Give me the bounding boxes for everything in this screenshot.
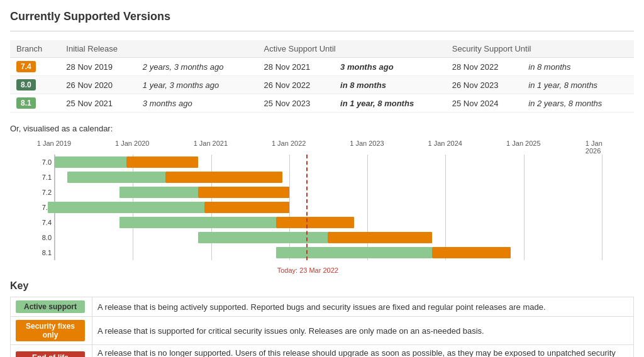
- branch-badge: 8.0: [16, 79, 36, 91]
- grid-line: [289, 155, 290, 260]
- chart-area: Today: 23 Mar 2022: [54, 155, 634, 260]
- active-support-bar: [198, 232, 328, 243]
- security-date-cell: 28 Nov 2022: [446, 58, 523, 76]
- security-fixes-bar: [198, 187, 289, 198]
- key-description-cell: A release that is no longer supported. U…: [92, 345, 634, 358]
- branch-cell: 8.0: [10, 76, 60, 94]
- year-label: 1 Jan 2022: [272, 140, 306, 147]
- title-divider: [10, 31, 634, 31]
- grid-line: [524, 155, 525, 260]
- key-description-cell: A release that is supported for critical…: [92, 317, 634, 345]
- table-body: 7.4 28 Nov 2019 2 years, 3 months ago 28…: [10, 58, 634, 113]
- initial-date-cell: 25 Nov 2021: [60, 94, 136, 113]
- chart-row-label: 7.4: [29, 215, 54, 230]
- year-label: 1 Jan 2019: [37, 140, 71, 147]
- key-body: Active support A release that is being a…: [11, 297, 634, 358]
- initial-date-cell: 28 Nov 2019: [60, 58, 136, 76]
- active-support-bar: [67, 172, 165, 183]
- active-date-cell: 28 Nov 2021: [258, 58, 335, 76]
- key-swatch-cell: Security fixes only: [11, 317, 92, 345]
- col-initial-release: Initial Release: [60, 40, 257, 58]
- year-label: 1 Jan 2024: [428, 140, 462, 147]
- table-header-row: Branch Initial Release Active Support Un…: [10, 40, 634, 58]
- today-label: Today: 23 Mar 2022: [277, 266, 338, 274]
- key-description-cell: A release that is being actively support…: [92, 297, 634, 317]
- security-relative-cell: in 8 months: [522, 58, 634, 76]
- security-fixes-bar: [165, 172, 282, 183]
- version-table: Branch Initial Release Active Support Un…: [10, 40, 634, 113]
- year-label: 1 Jan 2021: [194, 140, 228, 147]
- initial-relative-cell: 3 months ago: [136, 94, 258, 113]
- active-relative-cell: 3 months ago: [334, 58, 446, 76]
- active-support-bar: [276, 247, 432, 258]
- grid-line: [367, 155, 368, 260]
- key-table: Active support A release that is being a…: [10, 297, 634, 357]
- security-fixes-bar: [432, 247, 510, 258]
- table-row: 8.0 26 Nov 2020 1 year, 3 months ago 26 …: [10, 76, 634, 94]
- col-security-support: Security Support Until: [446, 40, 634, 58]
- branch-badge: 8.1: [16, 97, 36, 109]
- key-row: Active support A release that is being a…: [11, 297, 634, 317]
- gantt-chart: 1 Jan 20191 Jan 20201 Jan 20211 Jan 2022…: [29, 140, 634, 260]
- chart-row-label: 7.1: [29, 170, 54, 185]
- key-swatch-label: Active support: [16, 300, 85, 313]
- key-row: Security fixes only A release that is su…: [11, 317, 634, 345]
- today-line: Today: 23 Mar 2022: [306, 155, 308, 260]
- security-fixes-bar: [328, 232, 432, 243]
- branch-cell: 7.4: [10, 58, 60, 76]
- initial-date-cell: 26 Nov 2020: [60, 76, 136, 94]
- active-support-bar: [119, 187, 197, 198]
- security-relative-cell: in 1 year, 8 months: [522, 76, 634, 94]
- chart-row-label: 8.1: [29, 245, 54, 260]
- year-label: 1 Jan 2020: [115, 140, 149, 147]
- chart-row-label: 7.2: [29, 185, 54, 200]
- year-label: 1 Jan 2026: [586, 140, 618, 155]
- active-support-bar: [48, 202, 204, 213]
- key-swatch-cell: Active support: [11, 297, 92, 317]
- calendar-intro: Or, visualised as a calendar:: [10, 124, 634, 133]
- year-label: 1 Jan 2023: [350, 140, 384, 147]
- active-support-bar: [119, 217, 276, 228]
- chart-body: 7.07.17.27.37.48.08.1 Today: 23 Mar 2022: [29, 155, 634, 260]
- chart-year-headers: 1 Jan 20191 Jan 20201 Jan 20211 Jan 2022…: [54, 140, 634, 152]
- active-support-bar: [55, 157, 126, 168]
- grid-line: [445, 155, 446, 260]
- grid-line: [602, 155, 602, 260]
- table-row: 8.1 25 Nov 2021 3 months ago 25 Nov 2023…: [10, 94, 634, 113]
- table-row: 7.4 28 Nov 2019 2 years, 3 months ago 28…: [10, 58, 634, 76]
- key-swatch-label: Security fixes only: [16, 320, 85, 341]
- active-date-cell: 26 Nov 2022: [258, 76, 335, 94]
- key-row: End of life A release that is no longer …: [11, 345, 634, 358]
- active-date-cell: 25 Nov 2023: [258, 94, 335, 113]
- security-fixes-bar: [126, 157, 198, 168]
- key-section: Key Active support A release that is bei…: [10, 280, 634, 357]
- security-fixes-bar: [204, 202, 289, 213]
- key-swatch-label: End of life: [16, 351, 85, 357]
- year-label: 1 Jan 2025: [506, 140, 540, 147]
- security-date-cell: 25 Nov 2024: [446, 94, 523, 113]
- key-swatch-cell: End of life: [11, 345, 92, 358]
- security-fixes-bar: [276, 217, 354, 228]
- branch-cell: 8.1: [10, 94, 60, 113]
- key-title: Key: [10, 280, 634, 292]
- chart-row-label: 8.0: [29, 230, 54, 245]
- page-title: Currently Supported Versions: [10, 10, 634, 23]
- active-relative-cell: in 1 year, 8 months: [334, 94, 446, 113]
- chart-row-label: 7.0: [29, 155, 54, 170]
- active-relative-cell: in 8 months: [334, 76, 446, 94]
- branch-badge: 7.4: [16, 61, 36, 72]
- security-relative-cell: in 2 years, 8 months: [522, 94, 634, 113]
- initial-relative-cell: 1 year, 3 months ago: [136, 76, 258, 94]
- security-date-cell: 26 Nov 2023: [446, 76, 523, 94]
- col-active-support: Active Support Until: [258, 40, 446, 58]
- col-branch: Branch: [10, 40, 60, 58]
- initial-relative-cell: 2 years, 3 months ago: [136, 58, 258, 76]
